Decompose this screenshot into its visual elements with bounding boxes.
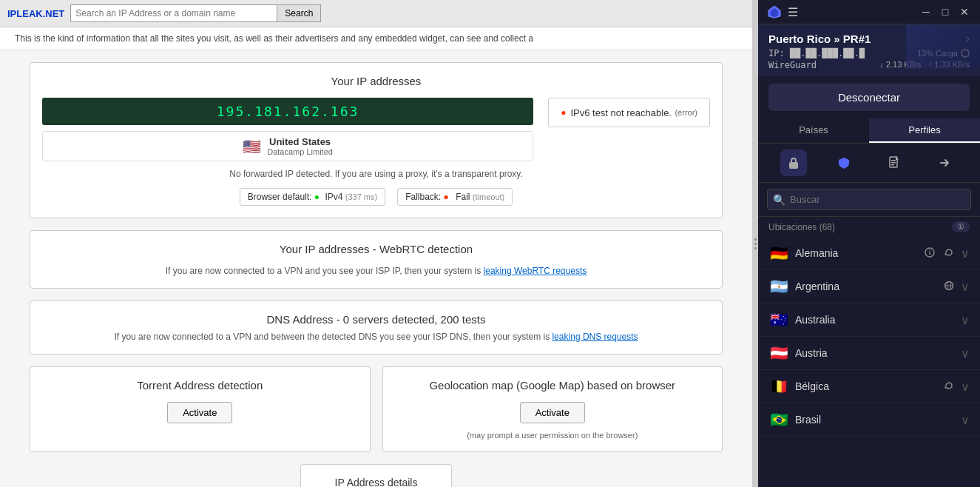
disconnect-button[interactable]: Desconectar <box>768 84 970 111</box>
filter-lock-button[interactable] <box>780 150 807 176</box>
filter-doc-button[interactable] <box>881 150 908 176</box>
country-name-label: Argentina <box>795 281 936 292</box>
vpn-search-row: 🔍 <box>758 183 980 217</box>
ip-card-title: Your IP addresses <box>42 75 710 87</box>
svg-rect-4 <box>891 160 896 161</box>
vpn-tabs: Países Perfiles <box>758 118 980 144</box>
geolocation-activate-button[interactable]: Activate <box>520 402 585 423</box>
two-col-cards: Torrent Address detection Activate Geolo… <box>30 366 723 452</box>
flag-row: 🇺🇸 United States Datacamp Limited <box>42 131 533 161</box>
country-flag: 🇩🇪 <box>768 244 789 262</box>
country-flag: 🇺🇸 <box>243 138 261 155</box>
country-expand-icon[interactable]: ∨ <box>961 280 970 294</box>
country-expand-icon[interactable]: ∨ <box>961 346 970 360</box>
vpn-titlebar-controls: ─ □ ✕ <box>919 5 971 19</box>
tab-profiles[interactable]: Perfiles <box>869 118 980 143</box>
ipv4-pill: Browser default: ● IPv4 (337 ms) <box>240 188 385 206</box>
list-item[interactable]: 🇦🇷 Argentina ∨ <box>758 270 980 303</box>
flag-info: United States Datacamp Limited <box>267 136 333 156</box>
ip-addresses-card: Your IP addresses 195.181.162.163 🇺🇸 Uni… <box>30 62 723 218</box>
country-name: United States <box>267 136 333 147</box>
ipv6-text: IPv6 test not reachable. <box>570 107 672 118</box>
country-expand-icon[interactable]: ∨ <box>961 313 970 327</box>
search-bar: Search <box>70 4 321 22</box>
svg-rect-2 <box>789 162 798 169</box>
country-expand-icon[interactable]: ∨ <box>961 413 970 427</box>
ip-card-content: 195.181.162.163 🇺🇸 United States Datacam… <box>42 98 710 161</box>
vpn-background-decoration <box>906 24 980 69</box>
country-actions: ∨ <box>961 313 970 327</box>
vpn-logo-icon <box>767 4 782 19</box>
torrent-activate-button[interactable]: Activate <box>167 402 232 423</box>
list-item[interactable]: 🇧🇷 Brasil ∨ <box>758 403 980 437</box>
ipv6-dot: ● <box>561 107 566 118</box>
torrent-card: Torrent Address detection Activate <box>30 366 371 452</box>
country-flag: 🇦🇺 <box>768 311 789 329</box>
svg-rect-6 <box>891 164 894 166</box>
lock-icon <box>787 156 800 169</box>
country-name-label: Bélgica <box>795 380 936 392</box>
geolocation-card: Geolocation map (Google Map) based on br… <box>382 366 723 452</box>
minimize-button[interactable]: ─ <box>919 5 933 19</box>
country-flag: 🇧🇪 <box>768 377 789 395</box>
tab-countries[interactable]: Países <box>758 118 869 143</box>
ip-left-section: 195.181.162.163 🇺🇸 United States Datacam… <box>42 98 533 161</box>
torrent-title: Torrent Address detection <box>42 379 358 392</box>
vpn-title-left: ☰ <box>767 4 798 19</box>
list-item[interactable]: 🇦🇹 Austria ∨ <box>758 337 980 370</box>
country-name-label: Brasil <box>795 414 955 426</box>
fallback-pill: Fallback: ● Fail (timeout) <box>397 188 513 206</box>
country-name-label: Austria <box>795 347 955 359</box>
vpn-panel: ☰ ─ □ ✕ Puerto Rico » PR#1 › IP: ██.██.█… <box>758 0 980 487</box>
webrtc-link[interactable]: leaking WebRTC requests <box>484 266 587 276</box>
webrtc-text: If you are now connected to a VPN and yo… <box>42 266 710 276</box>
no-forward-text: No forwarded IP detected. If you are usi… <box>42 169 710 179</box>
country-actions: ∨ <box>942 279 970 295</box>
svg-rect-5 <box>891 162 896 164</box>
hamburger-icon[interactable]: ☰ <box>788 5 798 19</box>
close-button[interactable]: ✕ <box>958 5 971 19</box>
list-item[interactable]: 🇧🇪 Bélgica ∨ <box>758 370 980 403</box>
dns-card: DNS Address - 0 servers detected, 200 te… <box>30 300 723 355</box>
webrtc-card: Your IP addresses - WebRTC detection If … <box>30 230 723 289</box>
locations-badge: ① <box>952 221 970 232</box>
ip-details-title: IP Address details <box>313 477 439 487</box>
filter-arrow-button[interactable] <box>931 150 958 176</box>
vpn-search-wrapper: 🔍 <box>767 189 971 210</box>
country-flag: 🇦🇷 <box>768 278 789 295</box>
resize-handle[interactable] <box>752 0 758 487</box>
site-logo: IPLEAK.NET <box>7 8 64 19</box>
search-input[interactable] <box>70 4 277 22</box>
country-list: 🇩🇪 Alemania ∨ 🇦🇷 Argentina ∨ <box>758 237 980 487</box>
ipv6-section: ● IPv6 test not reachable. (error) <box>548 98 710 127</box>
ip-details-card: IP Address details IP: 195.181.162.163 I… <box>300 464 452 487</box>
webrtc-title: Your IP addresses - WebRTC detection <box>42 243 710 255</box>
country-globe-button[interactable] <box>942 279 956 295</box>
ip-display: 195.181.162.163 <box>42 98 533 125</box>
svg-point-9 <box>929 249 930 251</box>
resize-dots <box>754 238 757 249</box>
country-info-button[interactable] <box>922 246 937 261</box>
top-bar: IPLEAK.NET Search <box>0 0 752 27</box>
country-actions: ∨ <box>961 346 970 360</box>
maximize-button[interactable]: □ <box>939 5 952 19</box>
country-refresh-button[interactable] <box>942 379 956 394</box>
vpn-search-input[interactable] <box>767 189 971 210</box>
isp-name: Datacamp Limited <box>267 147 333 156</box>
country-name-label: Alemania <box>795 247 916 259</box>
filter-shield-button[interactable] <box>831 150 857 176</box>
list-item[interactable]: 🇩🇪 Alemania ∨ <box>758 237 980 270</box>
country-flag: 🇦🇹 <box>768 344 789 362</box>
document-icon <box>888 156 901 169</box>
locations-label: Ubicaciones (68) <box>768 222 835 232</box>
shield-icon <box>837 156 851 169</box>
list-item[interactable]: 🇦🇺 Australia ∨ <box>758 303 980 337</box>
country-expand-icon[interactable]: ∨ <box>961 246 970 261</box>
search-button[interactable]: Search <box>277 4 321 22</box>
country-expand-icon[interactable]: ∨ <box>961 380 970 394</box>
country-refresh-button[interactable] <box>942 246 956 261</box>
info-banner: This is the kind of information that all… <box>0 27 752 50</box>
geolocation-note: (may prompt a user permission on the bro… <box>395 431 711 440</box>
dns-title: DNS Address - 0 servers detected, 200 te… <box>42 313 710 326</box>
dns-link[interactable]: leaking DNS requests <box>552 332 638 342</box>
